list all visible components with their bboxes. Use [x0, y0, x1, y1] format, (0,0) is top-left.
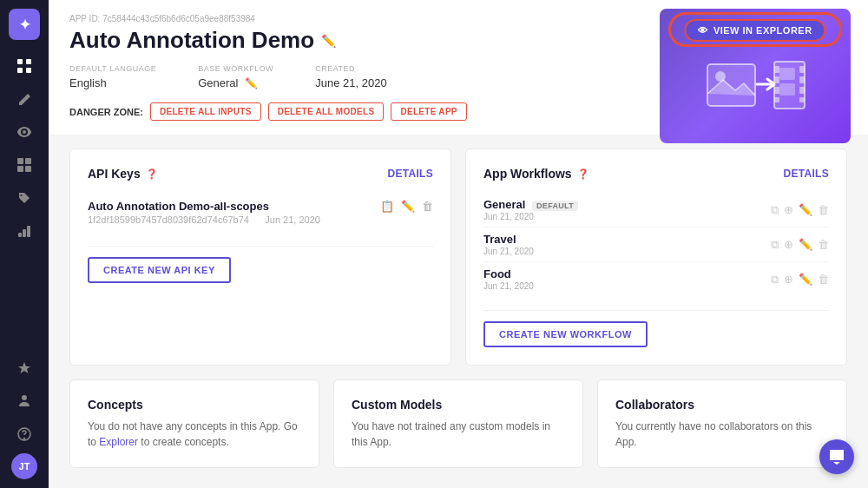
svg-point-13	[24, 439, 25, 439]
create-api-key-button[interactable]: CREATE NEW API KEY	[88, 257, 231, 283]
sidebar-item-edit[interactable]	[10, 85, 38, 113]
default-language-label: DEFAULT LANGUAGE	[69, 64, 156, 73]
base-workflow-meta: BASE WORKFLOW General ✏️	[198, 64, 273, 90]
svg-rect-6	[17, 166, 23, 172]
svg-rect-17	[774, 66, 779, 73]
workflows-card-footer: CREATE NEW WORKFLOW	[483, 310, 829, 347]
workflow-delete-icon-0[interactable]: 🗑	[818, 203, 829, 217]
workflows-info-icon[interactable]: ❓	[577, 168, 589, 180]
svg-rect-25	[779, 68, 795, 80]
sidebar-item-data[interactable]	[10, 217, 38, 245]
concepts-text: You do not have any concepts in this App…	[88, 419, 301, 450]
svg-rect-24	[799, 97, 805, 102]
sidebar-item-apps[interactable]	[10, 52, 38, 80]
created-value: June 21, 2020	[315, 76, 386, 89]
workflows-title: App Workflows ❓	[483, 167, 589, 181]
svg-rect-1	[26, 59, 31, 64]
workflow-copy-icon-0[interactable]: ⧉	[771, 203, 779, 217]
app-title: Auto Annotation Demo	[69, 27, 314, 54]
workflow-duplicate-icon-2[interactable]: ⊕	[784, 273, 793, 287]
second-cards-row: Concepts You do not have any concepts in…	[69, 379, 847, 468]
api-key-actions: 📋 ✏️ 🗑	[380, 200, 433, 213]
svg-rect-26	[779, 83, 795, 96]
svg-rect-14	[707, 64, 755, 106]
workflow-duplicate-icon-1[interactable]: ⊕	[784, 238, 793, 252]
hero-image: 👁 VIEW IN EXPLORER	[660, 9, 851, 143]
workflow-name-2: Food	[483, 267, 534, 280]
workflow-duplicate-icon-0[interactable]: ⊕	[784, 203, 793, 217]
workflow-date-2: Jun 21, 2020	[483, 281, 534, 291]
workflows-card-header: App Workflows ❓ DETAILS	[483, 167, 829, 181]
base-workflow-value: General ✏️	[198, 76, 258, 89]
svg-rect-20	[774, 97, 779, 102]
view-explorer-eye-icon: 👁	[698, 25, 708, 36]
first-cards-row: API Keys ❓ DETAILS Auto Annotation Demo-…	[69, 148, 847, 366]
custom-models-text: You have not trained any custom models i…	[352, 419, 565, 450]
workflow-edit-icon-1[interactable]: ✏️	[799, 238, 812, 252]
workflow-delete-icon-2[interactable]: 🗑	[818, 273, 829, 287]
workflow-actions-0: ⧉ ⊕ ✏️ 🗑	[771, 203, 829, 217]
default-language-meta: DEFAULT LANGUAGE English	[69, 64, 156, 90]
workflows-details-link[interactable]: DETAILS	[783, 168, 829, 180]
sidebar-item-eye[interactable]	[10, 118, 38, 146]
workflow-edit-icon-0[interactable]: ✏️	[799, 203, 812, 217]
base-workflow-label: BASE WORKFLOW	[198, 64, 273, 73]
svg-rect-4	[17, 158, 23, 164]
api-keys-card-footer: CREATE NEW API KEY	[88, 246, 433, 283]
api-keys-info-icon[interactable]: ❓	[146, 168, 158, 180]
view-in-explorer-button[interactable]: 👁 VIEW IN EXPLORER	[684, 19, 825, 42]
svg-rect-19	[774, 87, 779, 94]
svg-rect-22	[799, 76, 805, 83]
sidebar-item-person[interactable]	[10, 387, 38, 415]
sidebar: ✦ JT	[0, 0, 49, 488]
concepts-card: Concepts You do not have any concepts in…	[69, 379, 319, 468]
custom-models-title: Custom Models	[352, 398, 565, 412]
delete-inputs-button[interactable]: DELETE ALL INPUTS	[150, 102, 261, 121]
delete-app-button[interactable]: DELETE APP	[391, 102, 466, 121]
logo-icon: ✦	[19, 16, 30, 33]
concepts-explorer-link[interactable]: Explorer	[99, 436, 138, 448]
chat-bubble[interactable]	[819, 439, 854, 474]
sidebar-item-tag[interactable]	[10, 184, 38, 212]
workflow-edit-icon-2[interactable]: ✏️	[799, 273, 812, 287]
concepts-title: Concepts	[88, 398, 301, 412]
api-keys-card-header: API Keys ❓ DETAILS	[88, 167, 433, 181]
sidebar-logo[interactable]: ✦	[9, 9, 40, 40]
app-title-edit-icon[interactable]: ✏️	[321, 34, 336, 48]
workflow-copy-icon-2[interactable]: ⧉	[771, 273, 779, 287]
svg-rect-0	[17, 59, 23, 64]
svg-rect-10	[27, 226, 30, 237]
sidebar-item-help[interactable]	[10, 420, 38, 448]
svg-rect-3	[26, 68, 31, 73]
svg-rect-7	[25, 166, 31, 172]
api-keys-details-link[interactable]: DETAILS	[387, 168, 433, 180]
svg-rect-5	[25, 158, 31, 164]
workflow-actions-2: ⧉ ⊕ ✏️ 🗑	[771, 273, 829, 287]
svg-rect-18	[774, 76, 779, 83]
api-key-copy-icon[interactable]: 📋	[380, 200, 394, 213]
delete-models-button[interactable]: DELETE ALL MODELS	[268, 102, 385, 121]
create-workflow-button[interactable]: CREATE NEW WORKFLOW	[483, 321, 648, 347]
workflow-date-1: Jun 21, 2020	[483, 247, 534, 256]
view-explorer-label: VIEW IN EXPLORER	[713, 25, 812, 36]
svg-rect-21	[799, 66, 805, 73]
api-key-delete-icon[interactable]: 🗑	[422, 200, 433, 213]
base-workflow-edit-icon[interactable]: ✏️	[245, 77, 258, 89]
workflow-date-0: Jun 21, 2020	[483, 212, 578, 221]
collaborators-title: Collaborators	[615, 398, 829, 412]
svg-point-11	[22, 395, 27, 400]
api-key-edit-icon[interactable]: ✏️	[401, 200, 415, 213]
api-key-hash: 1f2df18599b7457d8039f62d74c67b74 Jun 21,…	[88, 214, 320, 225]
workflow-delete-icon-1[interactable]: 🗑	[818, 238, 829, 252]
custom-models-card: Custom Models You have not trained any c…	[333, 379, 583, 468]
workflow-row: Food Jun 21, 2020 ⧉ ⊕ ✏️ 🗑	[483, 262, 829, 296]
api-key-info: Auto Annotation Demo-all-scopes 1f2df185…	[88, 200, 320, 225]
workflows-card: App Workflows ❓ DETAILS General DEFAULT …	[465, 148, 847, 366]
collaborators-text: You currently have no collaborators on t…	[615, 419, 829, 450]
sidebar-item-models[interactable]	[10, 151, 38, 179]
user-avatar[interactable]: JT	[11, 453, 37, 479]
workflow-copy-icon-1[interactable]: ⧉	[771, 238, 779, 252]
workflow-rows: General DEFAULT Jun 21, 2020 ⧉ ⊕ ✏️ 🗑 Tr…	[483, 193, 829, 296]
svg-rect-2	[17, 68, 23, 73]
sidebar-item-star[interactable]	[10, 354, 38, 382]
